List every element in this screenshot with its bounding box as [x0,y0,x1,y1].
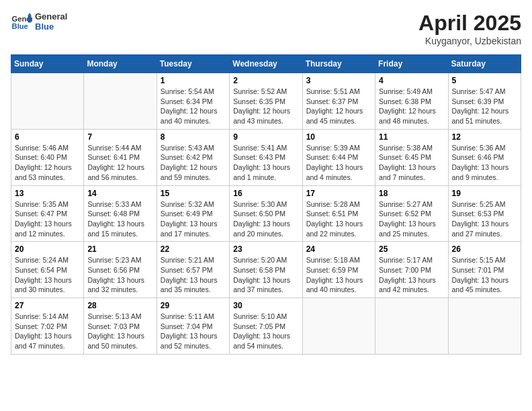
day-number: 16 [233,189,298,198]
day-number: 19 [452,189,517,198]
weekday-header-tuesday: Tuesday [157,55,229,73]
calendar-day-empty [11,73,84,130]
calendar-day-19: 19Sunrise: 5:25 AM Sunset: 6:53 PM Dayli… [448,185,521,242]
logo: General Blue General Blue [11,11,67,32]
svg-text:Blue: Blue [12,22,28,30]
logo-icon: General Blue [11,11,32,32]
calendar-day-1: 1Sunrise: 5:54 AM Sunset: 6:34 PM Daylig… [157,73,229,130]
day-info: Sunrise: 5:39 AM Sunset: 6:44 PM Dayligh… [306,143,371,183]
weekday-header-row: SundayMondayTuesdayWednesdayThursdayFrid… [11,55,521,73]
calendar-day-21: 21Sunrise: 5:23 AM Sunset: 6:56 PM Dayli… [84,242,157,298]
day-number: 15 [161,189,226,198]
weekday-header-monday: Monday [84,55,157,73]
day-info: Sunrise: 5:38 AM Sunset: 6:45 PM Dayligh… [379,143,444,183]
day-number: 18 [379,189,444,198]
calendar-day-28: 28Sunrise: 5:13 AM Sunset: 7:03 PM Dayli… [84,298,157,355]
calendar-week-1: 1Sunrise: 5:54 AM Sunset: 6:34 PM Daylig… [11,73,521,130]
calendar-day-27: 27Sunrise: 5:14 AM Sunset: 7:02 PM Dayli… [11,298,84,355]
day-info: Sunrise: 5:25 AM Sunset: 6:53 PM Dayligh… [452,199,517,239]
svg-marker-3 [28,13,32,15]
calendar-day-10: 10Sunrise: 5:39 AM Sunset: 6:44 PM Dayli… [302,129,375,185]
calendar-day-empty [375,298,448,355]
weekday-header-friday: Friday [375,55,448,73]
day-number: 25 [379,244,444,254]
calendar-day-25: 25Sunrise: 5:17 AM Sunset: 7:00 PM Dayli… [375,242,448,298]
day-info: Sunrise: 5:20 AM Sunset: 6:58 PM Dayligh… [233,255,298,295]
day-number: 1 [161,76,226,85]
day-info: Sunrise: 5:17 AM Sunset: 7:00 PM Dayligh… [379,255,444,295]
page-header: General Blue General Blue April 2025 Kuy… [11,11,521,46]
day-number: 17 [306,189,371,198]
calendar-week-2: 6Sunrise: 5:46 AM Sunset: 6:40 PM Daylig… [11,129,521,185]
day-number: 7 [87,132,152,142]
day-number: 10 [306,132,371,142]
calendar-week-4: 20Sunrise: 5:24 AM Sunset: 6:54 PM Dayli… [11,242,521,298]
day-number: 4 [379,76,444,85]
weekday-header-wednesday: Wednesday [230,55,302,73]
title-block: April 2025 Kuyganyor, Uzbekistan [418,11,521,46]
day-info: Sunrise: 5:32 AM Sunset: 6:49 PM Dayligh… [161,199,226,239]
calendar-day-12: 12Sunrise: 5:36 AM Sunset: 6:46 PM Dayli… [448,129,521,185]
calendar-day-empty [84,73,157,130]
calendar-day-16: 16Sunrise: 5:30 AM Sunset: 6:50 PM Dayli… [230,185,302,242]
day-info: Sunrise: 5:10 AM Sunset: 7:05 PM Dayligh… [233,312,298,351]
calendar-day-24: 24Sunrise: 5:18 AM Sunset: 6:59 PM Dayli… [302,242,375,298]
calendar-day-8: 8Sunrise: 5:43 AM Sunset: 6:42 PM Daylig… [157,129,229,185]
day-info: Sunrise: 5:18 AM Sunset: 6:59 PM Dayligh… [306,255,371,295]
day-info: Sunrise: 5:43 AM Sunset: 6:42 PM Dayligh… [161,143,226,183]
day-info: Sunrise: 5:52 AM Sunset: 6:35 PM Dayligh… [233,87,298,126]
day-info: Sunrise: 5:47 AM Sunset: 6:39 PM Dayligh… [452,87,517,126]
calendar-day-20: 20Sunrise: 5:24 AM Sunset: 6:54 PM Dayli… [11,242,84,298]
calendar-day-22: 22Sunrise: 5:21 AM Sunset: 6:57 PM Dayli… [157,242,229,298]
day-info: Sunrise: 5:14 AM Sunset: 7:02 PM Dayligh… [15,312,80,351]
calendar-day-empty [448,298,521,355]
calendar-day-2: 2Sunrise: 5:52 AM Sunset: 6:35 PM Daylig… [230,73,302,130]
day-info: Sunrise: 5:36 AM Sunset: 6:46 PM Dayligh… [452,143,517,183]
day-number: 14 [87,189,152,198]
calendar-day-23: 23Sunrise: 5:20 AM Sunset: 6:58 PM Dayli… [230,242,302,298]
calendar-week-5: 27Sunrise: 5:14 AM Sunset: 7:02 PM Dayli… [11,298,521,355]
day-number: 24 [306,244,371,254]
day-info: Sunrise: 5:51 AM Sunset: 6:37 PM Dayligh… [306,87,371,126]
calendar-day-15: 15Sunrise: 5:32 AM Sunset: 6:49 PM Dayli… [157,185,229,242]
day-info: Sunrise: 5:27 AM Sunset: 6:52 PM Dayligh… [379,199,444,239]
day-info: Sunrise: 5:33 AM Sunset: 6:48 PM Dayligh… [87,199,152,239]
location-text: Kuyganyor, Uzbekistan [418,36,521,46]
logo-blue-text: Blue [35,21,67,32]
day-number: 3 [306,76,371,85]
day-number: 11 [379,132,444,142]
logo-text: General Blue [35,11,67,32]
day-info: Sunrise: 5:41 AM Sunset: 6:43 PM Dayligh… [233,143,298,183]
svg-marker-2 [28,15,32,22]
day-info: Sunrise: 5:49 AM Sunset: 6:38 PM Dayligh… [379,87,444,126]
calendar-day-empty [302,298,375,355]
day-number: 23 [233,244,298,254]
day-info: Sunrise: 5:35 AM Sunset: 6:47 PM Dayligh… [15,199,80,239]
day-info: Sunrise: 5:46 AM Sunset: 6:40 PM Dayligh… [15,143,80,183]
calendar-day-11: 11Sunrise: 5:38 AM Sunset: 6:45 PM Dayli… [375,129,448,185]
day-number: 21 [87,244,152,254]
day-number: 9 [233,132,298,142]
day-number: 27 [15,301,80,310]
calendar-table: SundayMondayTuesdayWednesdayThursdayFrid… [11,54,521,355]
calendar-week-3: 13Sunrise: 5:35 AM Sunset: 6:47 PM Dayli… [11,185,521,242]
day-number: 20 [15,244,80,254]
calendar-day-9: 9Sunrise: 5:41 AM Sunset: 6:43 PM Daylig… [230,129,302,185]
day-number: 6 [15,132,80,142]
day-number: 26 [452,244,517,254]
calendar-day-14: 14Sunrise: 5:33 AM Sunset: 6:48 PM Dayli… [84,185,157,242]
day-number: 12 [452,132,517,142]
weekday-header-thursday: Thursday [302,55,375,73]
day-number: 13 [15,189,80,198]
calendar-day-6: 6Sunrise: 5:46 AM Sunset: 6:40 PM Daylig… [11,129,84,185]
calendar-day-7: 7Sunrise: 5:44 AM Sunset: 6:41 PM Daylig… [84,129,157,185]
day-info: Sunrise: 5:30 AM Sunset: 6:50 PM Dayligh… [233,199,298,239]
weekday-header-sunday: Sunday [11,55,84,73]
calendar-day-30: 30Sunrise: 5:10 AM Sunset: 7:05 PM Dayli… [230,298,302,355]
calendar-day-3: 3Sunrise: 5:51 AM Sunset: 6:37 PM Daylig… [302,73,375,130]
calendar-day-17: 17Sunrise: 5:28 AM Sunset: 6:51 PM Dayli… [302,185,375,242]
day-info: Sunrise: 5:11 AM Sunset: 7:04 PM Dayligh… [161,312,226,351]
day-info: Sunrise: 5:24 AM Sunset: 6:54 PM Dayligh… [15,255,80,295]
day-info: Sunrise: 5:28 AM Sunset: 6:51 PM Dayligh… [306,199,371,239]
day-number: 28 [87,301,152,310]
